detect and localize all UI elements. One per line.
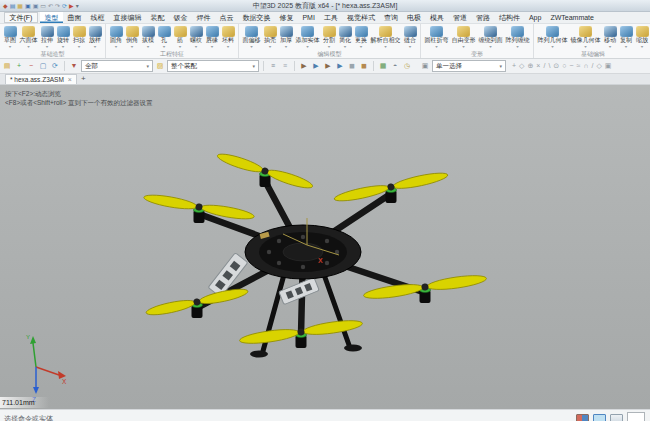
extrude-button[interactable]: 拉伸▾ — [39, 24, 55, 49]
tab-tubing[interactable]: 管路 — [471, 12, 494, 23]
tab-app[interactable]: App — [524, 12, 545, 23]
pattern-wrap-button[interactable]: 阵列缠绕▾ — [504, 24, 531, 49]
tab-zwteammate[interactable]: ZWTeammate — [546, 12, 599, 23]
pick-spline-icon[interactable]: ≈ — [577, 61, 581, 71]
pick-circle-icon[interactable]: ⊙ — [553, 61, 559, 71]
revolve-button[interactable]: 旋转▾ — [55, 24, 71, 49]
pick-face-icon[interactable]: ∩ — [583, 61, 588, 71]
pick-filter-combo[interactable]: 单一选择 ▾ — [432, 60, 506, 72]
tab-surface[interactable]: 曲面 — [63, 12, 86, 23]
tab-tools[interactable]: 工具 — [319, 12, 342, 23]
collapse-tree-icon[interactable]: − — [26, 61, 36, 71]
replace-button[interactable]: 更换▾ — [353, 24, 369, 49]
simplify-button[interactable]: 简化▾ — [337, 24, 353, 49]
tab-electrode[interactable]: 电极 — [402, 12, 425, 23]
window-layout-icon[interactable]: ▢ — [38, 61, 48, 71]
history-step-icon[interactable]: ▶ — [299, 61, 309, 71]
tab-shape[interactable]: 造型 — [40, 12, 63, 23]
play-session-icon[interactable]: ▶ — [335, 61, 345, 71]
tab-sheet-metal[interactable]: 钣金 — [169, 12, 192, 23]
pattern-geometry-button[interactable]: 阵列几何体▾ — [536, 24, 569, 49]
copy-button[interactable]: 复制▾ — [618, 24, 634, 49]
sweep-button[interactable]: 扫掠▾ — [71, 24, 87, 49]
pick-arc-icon[interactable]: ○ — [562, 61, 566, 71]
tab-point-cloud[interactable]: 点云 — [215, 12, 238, 23]
display-mode-icon[interactable]: ◓ — [390, 61, 400, 71]
pick-axis-icon[interactable]: × — [536, 61, 540, 71]
tab-structure[interactable]: 结构件 — [494, 12, 524, 23]
pick-datum-icon[interactable]: ⊕ — [527, 61, 533, 71]
thread-button[interactable]: 螺纹▾ — [188, 24, 204, 49]
clock-icon[interactable]: ◷ — [402, 61, 412, 71]
wrap-to-face-button[interactable]: 缠绕到面▾ — [477, 24, 504, 49]
pick-shape-icon[interactable]: ◇ — [596, 61, 601, 71]
loft-button[interactable]: 放样▾ — [87, 24, 103, 49]
save-all-icon[interactable]: ▣ — [33, 1, 39, 11]
stop-icon[interactable]: ◼ — [359, 61, 369, 71]
tab-wireframe[interactable]: 线框 — [86, 12, 109, 23]
customize-quick-access-icon[interactable]: ▾ — [76, 1, 79, 11]
lip-button[interactable]: 唇缘▾ — [204, 24, 220, 49]
chamfer-button[interactable]: 倒角▾ — [124, 24, 140, 49]
pick-point-icon[interactable]: + — [512, 61, 516, 71]
app-menu-icon[interactable]: ◆ — [3, 1, 8, 11]
mirror-geometry-button[interactable]: 镜像几何体▾ — [569, 24, 602, 49]
manager-pane-icon[interactable]: ▤ — [2, 61, 12, 71]
tab-direct-edit[interactable]: 直接编辑 — [109, 12, 146, 23]
shell-button[interactable]: 抽壳▾ — [262, 24, 278, 49]
quick-input-box[interactable] — [627, 412, 645, 421]
sew-button[interactable]: 缝合▾ — [402, 24, 418, 49]
add-shape-button[interactable]: 添加实体▾ — [294, 24, 321, 49]
pick-line-icon[interactable]: / — [543, 61, 545, 71]
window-switch-icon[interactable] — [576, 414, 589, 421]
list-view-icon[interactable]: ≡ — [268, 61, 278, 71]
viewport[interactable]: 按下<F2>:动态浏览 <F8>或者<Shift+roll> 直到下一个有效的过… — [0, 85, 650, 409]
record-icon[interactable]: ▶ — [323, 61, 333, 71]
tab-file[interactable]: 文件(F) — [4, 12, 38, 23]
print-icon[interactable]: ▭ — [40, 1, 46, 11]
center-plate[interactable] — [245, 225, 361, 279]
tab-inquire[interactable]: 查询 — [379, 12, 402, 23]
clip-section-icon[interactable]: ▶ — [311, 61, 321, 71]
undo-icon[interactable]: ↶ — [48, 1, 53, 11]
tab-assembly[interactable]: 装配 — [146, 12, 169, 23]
hole-button[interactable]: 孔▾ — [156, 24, 172, 49]
fillet-button[interactable]: 圆角▾ — [108, 24, 124, 49]
pick-sketch-icon[interactable]: / — [591, 61, 593, 71]
play-icon[interactable]: ▶ — [69, 1, 74, 11]
rib-button[interactable]: 筋▾ — [172, 24, 188, 49]
pick-mode-icon[interactable]: ▣ — [420, 61, 430, 71]
tab-data-exchange[interactable]: 数据交换 — [238, 12, 275, 23]
new-tab-button[interactable]: + — [77, 74, 90, 84]
draft-button[interactable]: 拔模▾ — [140, 24, 156, 49]
free-form-deform-button[interactable]: 自由变形▾ — [450, 24, 477, 49]
tab-pmi[interactable]: PMI — [298, 12, 319, 23]
close-tab-icon[interactable]: × — [68, 76, 72, 83]
thicken-button[interactable]: 加厚▾ — [278, 24, 294, 49]
redo-icon[interactable]: ↷ — [55, 1, 60, 11]
stock-button[interactable]: 坯料▾ — [220, 24, 236, 49]
pick-vertex-icon[interactable]: ◇ — [519, 61, 524, 71]
new-file-icon[interactable]: ▤ — [10, 1, 16, 11]
tab-weldment[interactable]: 焊件 — [192, 12, 215, 23]
face-offset-button[interactable]: 面偏移▾ — [241, 24, 262, 49]
panel-toggle-icon[interactable] — [610, 414, 623, 421]
drone-model[interactable]: X — [143, 151, 487, 358]
tab-mold[interactable]: 模具 — [425, 12, 448, 23]
box-button[interactable]: 六面体▾ — [18, 24, 39, 49]
layer-icon[interactable]: ▦ — [378, 61, 388, 71]
move-button[interactable]: 移动▾ — [602, 24, 618, 49]
open-file-icon[interactable]: ▦ — [17, 1, 23, 11]
pick-component-icon[interactable]: ▣ — [605, 61, 612, 71]
filter-all-combo[interactable]: 全部 ▾ — [81, 60, 153, 72]
filter-manager-icon[interactable]: ▼ — [69, 61, 79, 71]
divide-button[interactable]: 分割▾ — [321, 24, 337, 49]
pause-icon[interactable]: ◼ — [347, 61, 357, 71]
monitor-icon[interactable] — [593, 414, 606, 421]
tab-visual-style[interactable]: 视觉样式 — [342, 12, 379, 23]
cylindrical-bend-button[interactable]: 圆柱折弯▾ — [423, 24, 450, 49]
pick-edge-icon[interactable]: \ — [548, 61, 550, 71]
sort-icon[interactable]: ≡ — [280, 61, 290, 71]
expand-tree-icon[interactable]: + — [14, 61, 24, 71]
refresh-icon[interactable]: ⟳ — [50, 61, 60, 71]
